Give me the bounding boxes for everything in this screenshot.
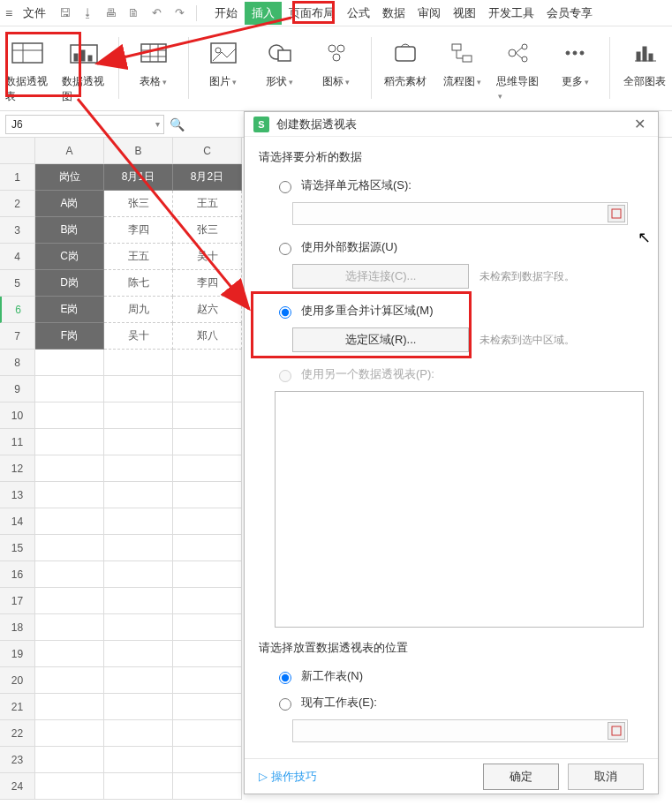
radio-multi-consolidation[interactable] <box>279 306 291 319</box>
cell-B4[interactable]: 王五 <box>104 244 173 270</box>
qat-undo-icon[interactable]: ↶ <box>147 4 166 23</box>
row-header-11[interactable]: 11 <box>0 429 35 455</box>
cell-A6[interactable]: E岗 <box>35 297 104 323</box>
tips-link[interactable]: ▷ 操作技巧 <box>259 769 317 785</box>
zoom-icon[interactable]: 🔍 <box>170 117 185 132</box>
ok-button[interactable]: 确定 <box>483 764 559 790</box>
cell-B17[interactable] <box>104 588 173 614</box>
row-header-21[interactable]: 21 <box>0 694 35 720</box>
row-header-9[interactable]: 9 <box>0 376 35 402</box>
qat-save-icon[interactable]: 🖫 <box>55 4 74 23</box>
cell-C20[interactable] <box>173 667 242 694</box>
tab-dev-tools[interactable]: 开发工具 <box>483 2 540 25</box>
cell-A5[interactable]: D岗 <box>35 270 104 297</box>
cell-B11[interactable] <box>104 429 173 455</box>
row-header-23[interactable]: 23 <box>0 747 35 773</box>
dialog-titlebar[interactable]: S 创建数据透视表 ✕ <box>245 112 658 137</box>
cell-A18[interactable] <box>35 614 104 641</box>
cell-C13[interactable] <box>173 482 242 508</box>
name-box[interactable]: J6 ▾ <box>5 115 164 134</box>
cell-C24[interactable] <box>173 773 242 800</box>
option-multi-consolidation[interactable]: 使用多重合并计算区域(M) <box>275 303 644 319</box>
row-header-7[interactable]: 7 <box>0 323 35 350</box>
app-menu-icon[interactable]: ≡ <box>5 6 12 20</box>
row-header-4[interactable]: 4 <box>0 244 35 270</box>
row-header-3[interactable]: 3 <box>0 217 35 244</box>
cell-C7[interactable]: 郑八 <box>173 323 242 350</box>
select-area-button[interactable]: 选定区域(R)... <box>292 327 469 352</box>
qat-open-icon[interactable]: ⭳ <box>78 4 97 23</box>
qat-redo-icon[interactable]: ↷ <box>170 4 189 23</box>
qat-print-icon[interactable]: 🖶 <box>101 4 120 23</box>
select-all-corner[interactable] <box>0 138 35 164</box>
pivot-table-listbox[interactable] <box>275 391 644 628</box>
cell-C9[interactable] <box>173 376 242 402</box>
cell-C2[interactable]: 王五 <box>173 191 242 217</box>
cell-A14[interactable] <box>35 508 104 535</box>
cell-A12[interactable] <box>35 455 104 482</box>
cell-B1[interactable]: 8月1日 <box>104 164 173 191</box>
range-picker-icon[interactable] <box>608 205 625 222</box>
radio-select-range[interactable] <box>279 181 291 193</box>
cell-B18[interactable] <box>104 614 173 641</box>
radio-existing-sheet[interactable] <box>279 698 291 711</box>
cell-B16[interactable] <box>104 561 173 588</box>
option-existing-sheet[interactable]: 现有工作表(E): <box>275 695 644 711</box>
cell-A15[interactable] <box>35 535 104 561</box>
cell-B22[interactable] <box>104 720 173 747</box>
file-menu[interactable]: 文件 <box>18 2 51 25</box>
row-header-16[interactable]: 16 <box>0 561 35 588</box>
row-header-13[interactable]: 13 <box>0 482 35 508</box>
tab-formula[interactable]: 公式 <box>342 2 375 25</box>
row-header-2[interactable]: 2 <box>0 191 35 217</box>
option-select-range[interactable]: 请选择单元格区域(S): <box>275 177 644 193</box>
cell-A2[interactable]: A岗 <box>35 191 104 217</box>
cell-B8[interactable] <box>104 350 173 376</box>
row-header-6[interactable]: 6 <box>0 297 35 323</box>
cell-A9[interactable] <box>35 376 104 402</box>
ribbon-pivot-chart[interactable]: 数据透视图 <box>62 32 106 104</box>
row-header-1[interactable]: 1 <box>0 164 35 191</box>
radio-new-sheet[interactable] <box>279 672 291 684</box>
cell-A24[interactable] <box>35 773 104 800</box>
ribbon-dk-material[interactable]: 稻壳素材 <box>383 32 427 89</box>
ribbon-mindmap[interactable]: 思维导图▾ <box>496 32 540 102</box>
cell-C1[interactable]: 8月2日 <box>173 164 242 191</box>
row-header-19[interactable]: 19 <box>0 641 35 667</box>
cell-A1[interactable]: 岗位 <box>35 164 104 191</box>
cell-B13[interactable] <box>104 482 173 508</box>
cell-C18[interactable] <box>173 614 242 641</box>
option-new-sheet[interactable]: 新工作表(N) <box>275 668 644 684</box>
option-external-source[interactable]: 使用外部数据源(U) <box>275 239 644 255</box>
cell-C23[interactable] <box>173 747 242 773</box>
cell-C6[interactable]: 赵六 <box>173 297 242 323</box>
cell-C12[interactable] <box>173 455 242 482</box>
cell-A3[interactable]: B岗 <box>35 217 104 244</box>
cell-C14[interactable] <box>173 508 242 535</box>
tab-data[interactable]: 数据 <box>377 2 411 25</box>
qat-preview-icon[interactable]: 🗎 <box>124 4 143 23</box>
cell-B2[interactable]: 张三 <box>104 191 173 217</box>
cell-C21[interactable] <box>173 694 242 720</box>
cell-B10[interactable] <box>104 402 173 429</box>
row-header-15[interactable]: 15 <box>0 535 35 561</box>
cell-A22[interactable] <box>35 720 104 747</box>
cell-B3[interactable]: 李四 <box>104 217 173 244</box>
ribbon-picture[interactable]: 图片▾ <box>201 32 245 89</box>
ribbon-pivot-table[interactable]: 数据透视表 <box>5 32 49 104</box>
tab-member[interactable]: 会员专享 <box>541 2 598 25</box>
cell-A21[interactable] <box>35 694 104 720</box>
cell-B15[interactable] <box>104 535 173 561</box>
tab-page-layout[interactable]: 页面布局 <box>283 2 340 25</box>
ribbon-all-charts[interactable]: 全部图表 <box>623 32 667 89</box>
ribbon-icon[interactable]: 图标▾ <box>314 32 359 89</box>
cell-C19[interactable] <box>173 641 242 667</box>
ribbon-flowchart[interactable]: 流程图▾ <box>440 32 484 89</box>
cell-C5[interactable]: 李四 <box>173 270 242 297</box>
cell-B19[interactable] <box>104 641 173 667</box>
existing-sheet-range-input[interactable] <box>292 719 628 742</box>
cell-A19[interactable] <box>35 641 104 667</box>
cell-A13[interactable] <box>35 482 104 508</box>
range-picker-icon[interactable] <box>608 722 625 740</box>
row-header-24[interactable]: 24 <box>0 773 35 800</box>
